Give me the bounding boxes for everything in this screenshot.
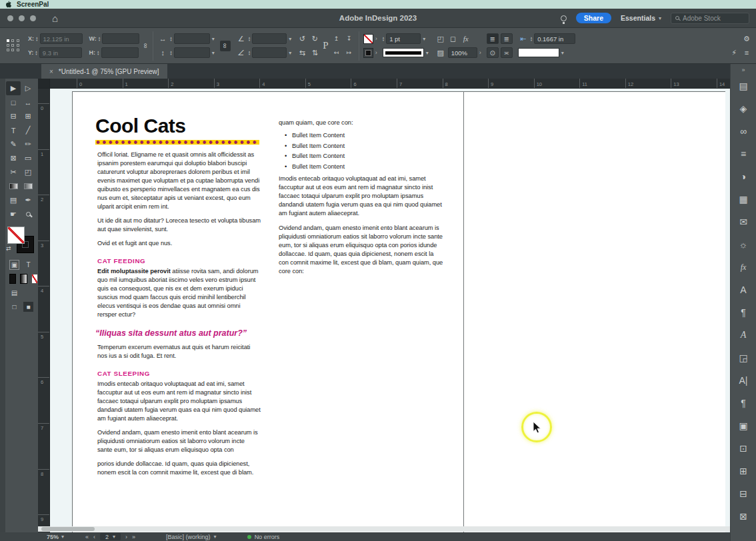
story-editor-panel-icon[interactable]: ◲ (733, 348, 753, 368)
x-position-field[interactable]: 12.125 in (40, 33, 83, 44)
table-panel-icon[interactable]: ⊞ (733, 461, 753, 481)
last-page-button[interactable]: » (132, 534, 135, 540)
pages-panel-icon[interactable]: ▤ (733, 76, 753, 96)
constrain-dimensions-icon[interactable]: ∞ (142, 43, 150, 49)
swatches-panel-icon[interactable]: ▦ (733, 189, 753, 209)
apply-gradient-button[interactable] (20, 274, 27, 284)
height-field[interactable] (101, 47, 139, 58)
first-page-button[interactable]: « (85, 534, 89, 540)
flip-vertical-icon[interactable]: ⇅ (309, 49, 320, 57)
page-tool[interactable]: □ (6, 95, 21, 109)
apply-none-button[interactable] (31, 274, 38, 284)
pen-tool[interactable]: ✎ (6, 137, 21, 151)
adobe-stock-search[interactable]: Adobe Stock (671, 13, 749, 24)
adjustments-panel-icon[interactable]: ☼ (733, 235, 753, 255)
right-text-column[interactable]: quam quiam, que core con: Bullet Item Co… (279, 119, 445, 281)
push-left-icon[interactable]: ↤ (331, 49, 342, 56)
screen-mode-normal-button[interactable]: □ (9, 302, 19, 312)
stroke-style-dropdown[interactable] (383, 48, 424, 57)
blend-mode-icon[interactable]: ▨ (435, 49, 446, 57)
layers-panel-icon[interactable]: ◈ (733, 99, 753, 119)
corner-options-icon[interactable]: ◰ (435, 35, 446, 43)
constrain-scale-toggle[interactable]: ∞ (220, 41, 231, 51)
character-panel-icon[interactable]: A| (733, 370, 753, 390)
rotate-ccw-icon[interactable]: ↺ (297, 35, 307, 43)
control-panel-menu-icon[interactable]: ≡ (741, 49, 752, 57)
misc-tool-icon[interactable]: ▤ (9, 288, 19, 298)
apply-color-button[interactable] (9, 274, 16, 284)
paragraph-panel-icon[interactable]: ¶ (733, 393, 753, 413)
effects-fx-icon[interactable]: fx (461, 35, 471, 43)
select-container-icon[interactable]: P (323, 40, 328, 51)
baseline-shift-icon[interactable]: ≍ (501, 47, 513, 58)
push-right-icon[interactable]: ↦ (344, 49, 355, 56)
formatting-affects-container-icon[interactable]: ▣ (9, 260, 19, 270)
color-theme-tool[interactable]: ✒ (21, 193, 35, 207)
object-styles-panel-icon[interactable]: ⊡ (733, 438, 753, 458)
pencil-tool[interactable]: ✏ (21, 137, 35, 151)
settings-gear-icon[interactable]: ⚙ (741, 35, 752, 43)
workspace-switcher[interactable]: Essentials ▾ (621, 14, 661, 22)
ruler-origin-corner[interactable] (38, 79, 50, 89)
stroke-panel-icon[interactable]: ≡ (733, 144, 753, 164)
character-styles-panel-icon[interactable]: A (733, 280, 753, 300)
next-page-button[interactable]: › (125, 534, 127, 540)
preflight-profile-dropdown[interactable]: [Basic] (working) ▾ (166, 534, 217, 540)
gap-field[interactable]: 0.1667 in (534, 33, 575, 44)
effects-panel-icon[interactable]: fx (733, 257, 753, 277)
y-position-field[interactable]: 9.3 in (39, 47, 82, 58)
gap-tool[interactable]: ↔ (21, 95, 35, 109)
content-collector-tool[interactable]: ⊟ (6, 109, 21, 123)
frame-tool[interactable]: ⊠ (6, 151, 21, 165)
align-bottom-icon[interactable]: ↧ (344, 35, 355, 42)
gap-icon[interactable]: ⇤ (518, 35, 529, 43)
vertical-justify-center-icon[interactable]: ≣ (501, 33, 513, 44)
paragraph-styles-panel-icon[interactable]: ¶ (733, 302, 753, 322)
content-placer-tool[interactable]: ⊞ (21, 109, 35, 123)
width-field[interactable] (102, 33, 139, 44)
links-panel-icon[interactable]: ∞ (733, 121, 753, 141)
horizontal-scrollbar[interactable] (38, 526, 730, 532)
scale-y-field[interactable] (174, 47, 210, 58)
rotate-cw-icon[interactable]: ↻ (309, 35, 320, 43)
menubar-app-name[interactable]: ScreenPal (17, 1, 49, 8)
document-tab[interactable]: × *Untitled-1 @ 75% [GPU Preview] (41, 64, 167, 79)
formatting-affects-text-icon[interactable]: T (23, 260, 33, 270)
preflight-status[interactable]: No errors (247, 534, 280, 540)
vertical-justify-icon[interactable]: ≣ (487, 33, 499, 44)
zoom-tool[interactable] (21, 207, 35, 221)
align-top-icon[interactable]: ↥ (331, 35, 342, 42)
hand-tool[interactable]: ☛ (6, 207, 21, 221)
corner-plain-icon[interactable]: ◻ (448, 35, 459, 43)
cell-styles-panel-icon[interactable]: ⊟ (733, 484, 753, 504)
direct-selection-tool[interactable]: ▷ (21, 81, 35, 95)
previous-page-button[interactable]: ‹ (93, 534, 95, 540)
horizontal-scrollbar-thumb[interactable] (41, 527, 95, 531)
note-tool[interactable]: ▤ (6, 193, 21, 207)
baseline-grid-icon[interactable]: ⊙ (487, 47, 499, 58)
selection-tool[interactable]: ▶ (6, 81, 21, 95)
expand-panels-icon[interactable]: » (731, 64, 756, 75)
left-text-column[interactable]: Cool Cats Officil loriat. Eligname re et… (95, 116, 261, 482)
rectangle-tool[interactable]: ▭ (21, 151, 35, 165)
table-styles-panel-icon[interactable]: ⊠ (733, 506, 753, 526)
shear-angle-field[interactable] (252, 47, 287, 58)
screen-mode-preview-button[interactable]: ■ (23, 302, 33, 312)
comments-panel-icon[interactable]: ✉ (733, 212, 753, 232)
vertical-ruler[interactable]: 0123456789 (38, 89, 50, 532)
close-tab-icon[interactable]: × (49, 68, 53, 75)
fill-swatch-none[interactable] (363, 34, 373, 44)
reference-point-proxy[interactable] (7, 39, 20, 53)
document-canvas[interactable]: 01234567891011121314 0123456789 Cool Cat… (38, 79, 730, 532)
learn-bulb-icon[interactable] (561, 15, 567, 21)
rotation-angle-field[interactable] (252, 33, 287, 44)
flip-horizontal-icon[interactable]: ⇆ (297, 49, 307, 57)
zoom-level-dropdown[interactable]: 75% ▾ (47, 534, 64, 540)
scissors-tool[interactable]: ✂ (6, 165, 21, 179)
page-number-dropdown[interactable]: 2 ▾ (100, 533, 121, 540)
opacity-field[interactable]: 100% (448, 47, 477, 58)
apple-logo-icon[interactable] (5, 1, 11, 8)
stroke-weight-field[interactable]: 1 pt (386, 33, 421, 44)
fill-indicator-swatch-none[interactable] (7, 227, 25, 244)
effect-color-dropdown[interactable] (518, 48, 559, 57)
